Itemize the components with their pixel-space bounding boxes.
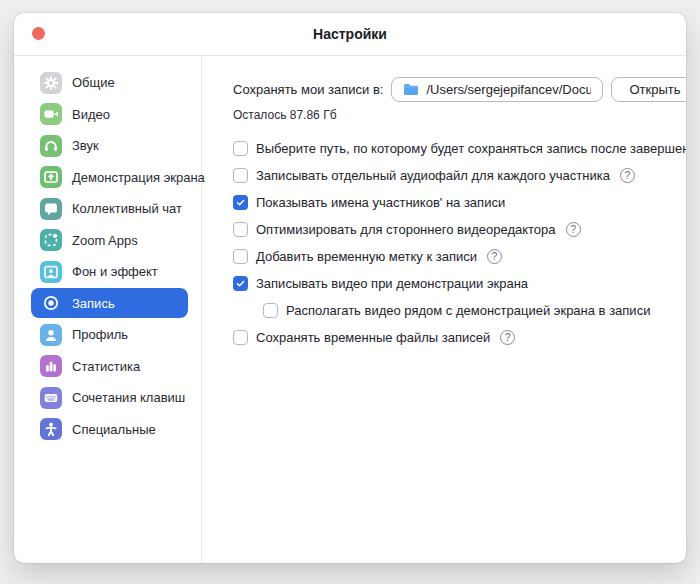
help-icon[interactable] [620,168,635,183]
checkbox-row-record-video-share: Записывать видео при демонстрации экрана [233,270,686,297]
checkbox[interactable] [233,141,248,156]
checkbox-row-separate-audio: Записывать отдельный аудиофайл для каждо… [233,162,686,189]
screen-share-icon [40,166,62,188]
statistics-icon [40,355,62,377]
help-icon[interactable] [500,330,515,345]
background-effects-icon [40,261,62,283]
checkbox[interactable] [233,276,248,291]
zoom-apps-icon [40,229,62,251]
sidebar-item-team-chat[interactable]: Коллективный чат [31,194,188,224]
checkbox-row-video-beside-share: Располагать видео рядом с демонстрацией … [233,297,686,324]
sidebar: Общие Видео [14,56,202,563]
sidebar-item-video[interactable]: Видео [31,99,188,129]
help-icon[interactable] [566,222,581,237]
gear-icon [40,72,62,94]
sidebar-item-statistics[interactable]: Статистика [31,351,188,381]
settings-window: Настройки Общие [14,13,686,563]
help-icon[interactable] [487,249,502,264]
recording-path-button[interactable]: /Users/sergejepifancev/Docu... [391,77,603,102]
sidebar-item-accessibility[interactable]: Специальные [31,414,188,444]
checkbox[interactable] [233,222,248,237]
checkbox[interactable] [233,249,248,264]
chat-bubble-icon [40,198,62,220]
checkbox-row-show-names: Показывать имена участников' на записи [233,189,686,216]
checkbox-row-choose-path: Выберите путь, по которому будет сохраня… [233,135,686,162]
checkbox-row-timestamp: Добавить временную метку к записи [233,243,686,270]
profile-icon [40,324,62,346]
checkbox[interactable] [233,168,248,183]
headphones-icon [40,135,62,157]
keyboard-icon [40,387,62,409]
recording-path-value: /Users/sergejepifancev/Docu... [426,82,591,97]
folder-icon [403,83,419,96]
sidebar-item-screen-share[interactable]: Демонстрация экрана [31,162,188,192]
window-title: Настройки [313,26,387,42]
sidebar-item-audio[interactable]: Звук [31,131,188,161]
save-location-row: Сохранять мои записи в: /Users/sergejepi… [233,77,686,102]
save-location-label: Сохранять мои записи в: [233,82,383,97]
sidebar-item-general[interactable]: Общие [31,68,188,98]
sidebar-item-recording[interactable]: Запись [31,288,188,318]
checkbox[interactable] [233,195,248,210]
open-button[interactable]: Открыть [611,77,686,102]
sidebar-item-keyboard-shortcuts[interactable]: Сочетания клавиш [31,383,188,413]
titlebar: Настройки [14,13,686,56]
record-icon [40,292,62,314]
sidebar-item-zoom-apps[interactable]: Zoom Apps [31,225,188,255]
close-button[interactable] [32,27,45,40]
sidebar-item-background-effects[interactable]: Фон и эффект [31,257,188,287]
checkbox[interactable] [233,330,248,345]
checkbox-row-optimize-editor: Оптимизировать для стороннего видеоредак… [233,216,686,243]
folder-shape [404,84,418,95]
checkbox[interactable] [263,303,278,318]
recording-settings-pane: Сохранять мои записи в: /Users/sergejepi… [202,56,686,563]
video-camera-icon [40,103,62,125]
accessibility-icon [40,418,62,440]
checkbox-row-keep-temp-files: Сохранять временные файлы записей [233,324,686,351]
remaining-space-label: Осталось 87.86 Гб [233,108,686,122]
checkbox-list: Выберите путь, по которому будет сохраня… [233,135,686,351]
sidebar-item-profile[interactable]: Профиль [31,320,188,350]
